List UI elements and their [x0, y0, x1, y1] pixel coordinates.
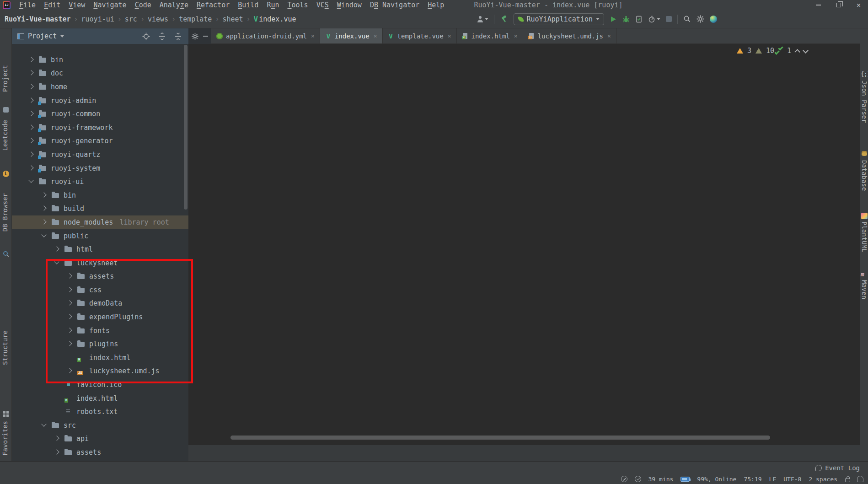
- chevron-right-icon[interactable]: [40, 219, 48, 226]
- chevron-right-icon[interactable]: [27, 137, 35, 145]
- tab-application-druid-yml[interactable]: application-druid.yml×: [211, 28, 320, 43]
- tree-item-luckysheet[interactable]: luckysheet: [12, 256, 188, 270]
- tool-button-event-log[interactable]: Event Log: [815, 464, 868, 472]
- breadcrumb-item-ruoyi-vue-master[interactable]: RuoYi-Vue-master: [5, 15, 71, 23]
- tree-item-expendplugins[interactable]: expendPlugins: [12, 310, 188, 324]
- status-wrench-icon[interactable]: [621, 476, 627, 482]
- menu-db-navigator[interactable]: DB Navigator: [366, 1, 423, 9]
- project-panel-header[interactable]: Project: [12, 28, 188, 44]
- chevron-down-icon[interactable]: [40, 422, 48, 429]
- status-line-ending[interactable]: LF: [769, 476, 777, 483]
- chevron-right-icon[interactable]: [27, 165, 35, 172]
- tree-item-src[interactable]: src: [12, 419, 188, 432]
- tree-item-ruoyi-system[interactable]: ruoyi-system: [12, 161, 188, 175]
- tab-close-icon[interactable]: ×: [311, 32, 315, 39]
- tree-item-ruoyi-ui[interactable]: ruoyi-ui: [12, 175, 188, 188]
- profile-sphere-icon[interactable]: [710, 16, 717, 23]
- chevron-right-icon[interactable]: [66, 367, 73, 375]
- chevron-down-icon[interactable]: [27, 178, 35, 185]
- chevron-right-icon[interactable]: [66, 273, 73, 280]
- chevron-right-icon[interactable]: [53, 449, 60, 456]
- tree-item-node-modules[interactable]: node_moduleslibrary root: [12, 215, 188, 229]
- chevron-right-icon[interactable]: [66, 327, 73, 334]
- build-hammer-icon[interactable]: [500, 15, 508, 23]
- close-icon[interactable]: ✕: [857, 3, 861, 7]
- menu-edit[interactable]: Edit: [40, 1, 64, 9]
- debug-button[interactable]: [622, 16, 630, 23]
- breadcrumb-item-template[interactable]: template: [179, 15, 212, 23]
- tool-strip-project[interactable]: Project: [1, 65, 9, 92]
- status-indent[interactable]: 2 spaces: [809, 476, 837, 483]
- tree-item-bin[interactable]: bin: [12, 188, 188, 202]
- chevron-right-icon[interactable]: [53, 435, 60, 442]
- breadcrumb-item-index-vue[interactable]: Vindex.vue: [254, 15, 296, 23]
- tree-item-ruoyi-generator[interactable]: ruoyi-generator: [12, 134, 188, 148]
- chevron-right-icon[interactable]: [66, 286, 73, 294]
- settings-gear-icon[interactable]: [697, 15, 704, 23]
- tab-close-icon[interactable]: ×: [448, 32, 451, 39]
- next-issue-icon[interactable]: [803, 48, 809, 54]
- menu-tools[interactable]: Tools: [283, 1, 312, 9]
- tree-item-ruoyi-framework[interactable]: ruoyi-framework: [12, 121, 188, 134]
- notifications-icon[interactable]: [857, 476, 863, 482]
- chevron-down-icon[interactable]: [40, 232, 48, 240]
- chevron-right-icon[interactable]: [27, 97, 35, 104]
- run-configuration-select[interactable]: RuoYiApplication: [514, 13, 605, 25]
- tab-template-vue[interactable]: Vtemplate.vue×: [383, 28, 457, 43]
- tool-strip-plantuml[interactable]: PlantUML: [861, 221, 868, 252]
- tab-close-icon[interactable]: ×: [607, 32, 611, 39]
- inspections-widget[interactable]: 3 10 1: [737, 47, 808, 55]
- collapse-all-icon[interactable]: [174, 32, 182, 40]
- project-scrollbar[interactable]: [184, 45, 188, 210]
- breadcrumb-item-sheet[interactable]: sheet: [222, 15, 243, 23]
- tree-item-css[interactable]: css: [12, 283, 188, 297]
- tree-item-index-html[interactable]: Hindex.html: [12, 392, 188, 405]
- chevron-right-icon[interactable]: [27, 124, 35, 131]
- tab-index-html[interactable]: index.html×: [457, 28, 523, 43]
- tool-strip-favorites[interactable]: Favorites: [1, 421, 9, 456]
- chevron-right-icon[interactable]: [27, 70, 35, 77]
- tree-item-favicon-ico[interactable]: favicon.ico: [12, 378, 188, 392]
- tree-item-index-html[interactable]: Hindex.html: [12, 351, 188, 365]
- chevron-right-icon[interactable]: [40, 205, 48, 212]
- tree-item-doc[interactable]: doc: [12, 67, 188, 81]
- tree-item-api[interactable]: api: [12, 432, 188, 446]
- status-check-icon[interactable]: [635, 476, 641, 482]
- tree-item-fonts[interactable]: fonts: [12, 324, 188, 338]
- tool-strip-maven[interactable]: Maven: [861, 280, 868, 299]
- tool-strip-db-browser[interactable]: DB Browser: [1, 193, 9, 231]
- tool-strip-json-parser[interactable]: Json Parser: [861, 81, 868, 123]
- menu-navigate[interactable]: Navigate: [89, 1, 130, 9]
- status-encoding[interactable]: UTF-8: [783, 476, 801, 483]
- menu-code[interactable]: Code: [131, 1, 155, 9]
- tree-item-luckysheet-umd-js[interactable]: JSluckysheet.umd.js: [12, 365, 188, 378]
- chevron-right-icon[interactable]: [66, 313, 73, 321]
- stop-icon[interactable]: [666, 16, 672, 22]
- menu-file[interactable]: File: [15, 1, 40, 9]
- breadcrumb-item-src[interactable]: src: [125, 15, 137, 23]
- tool-strip-database[interactable]: Database: [861, 160, 868, 191]
- tree-item-demodata[interactable]: demoData: [12, 297, 188, 311]
- chevron-down-icon[interactable]: [53, 259, 60, 267]
- tree-item-robots-txt[interactable]: robots.txt: [12, 405, 188, 419]
- tab-close-icon[interactable]: ×: [374, 32, 377, 39]
- chevron-right-icon[interactable]: [40, 192, 48, 199]
- tool-strip-structure[interactable]: Structure: [1, 330, 9, 365]
- profiler-button[interactable]: [648, 16, 660, 23]
- tree-item-html[interactable]: html: [12, 242, 188, 256]
- menu-view[interactable]: View: [64, 1, 89, 9]
- run-button[interactable]: [610, 16, 617, 23]
- tool-window-switcher-icon[interactable]: [3, 476, 8, 481]
- minimize-icon[interactable]: [816, 5, 821, 5]
- user-button[interactable]: [477, 16, 488, 22]
- tree-item-build[interactable]: build: [12, 202, 188, 216]
- search-icon[interactable]: [683, 15, 691, 23]
- menu-build[interactable]: Build: [234, 1, 263, 9]
- tree-item-assets[interactable]: assets: [12, 446, 188, 459]
- menu-help[interactable]: Help: [423, 1, 448, 9]
- tree-item-plugins[interactable]: plugins: [12, 337, 188, 351]
- chevron-right-icon[interactable]: [27, 56, 35, 64]
- menu-vcs[interactable]: VCS: [312, 1, 333, 9]
- expand-all-icon[interactable]: [158, 32, 166, 40]
- menu-refactor[interactable]: Refactor: [193, 1, 234, 9]
